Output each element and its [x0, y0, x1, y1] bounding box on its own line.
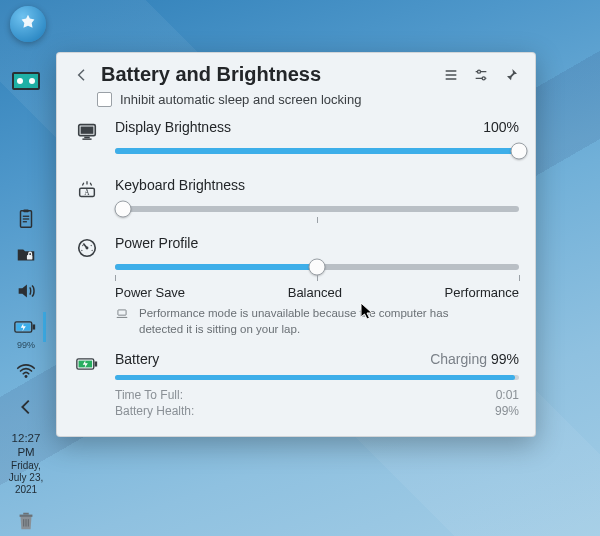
clock-time: 12:27 PM [2, 432, 50, 460]
popup-title: Battery and Brightness [101, 63, 433, 86]
svg-rect-19 [84, 137, 90, 139]
power-profile-note-text: Performance mode is unavailable because … [139, 306, 489, 337]
app-launcher-button[interactable] [10, 6, 46, 42]
battery-health-value: 99% [495, 404, 519, 418]
inhibit-label: Inhibit automatic sleep and screen locki… [120, 92, 361, 107]
gauge-icon [76, 237, 98, 259]
battery-progress [115, 375, 519, 380]
profile-label-powersave: Power Save [115, 285, 185, 300]
panel-clock[interactable]: 12:27 PM Friday, July 23, 2021 [0, 428, 52, 500]
svg-text:A: A [84, 188, 90, 197]
pin-button[interactable] [503, 67, 519, 83]
clock-year: 2021 [2, 484, 50, 496]
power-profile-section: Power Profile Power Save Balanced Perfor… [73, 235, 519, 337]
laptop-icon [115, 307, 129, 321]
monitor-icon [76, 121, 98, 143]
svg-rect-18 [81, 127, 94, 134]
task-panel: 99% 12:27 PM Friday, July 23, 2021 [0, 60, 52, 536]
display-brightness-label: Display Brightness [115, 119, 231, 135]
tray-expand[interactable] [8, 392, 44, 422]
trash-icon [15, 510, 37, 532]
svg-rect-5 [27, 255, 32, 260]
battery-brightness-popup: Battery and Brightness Inhibit automatic… [56, 52, 536, 437]
volume-icon [15, 280, 37, 302]
pin-icon [503, 67, 519, 83]
battery-health-label: Battery Health: [115, 404, 194, 418]
battery-state: Charging [430, 351, 487, 367]
svg-rect-10 [20, 515, 33, 517]
power-profile-slider[interactable] [115, 259, 519, 275]
chevron-left-icon [74, 67, 90, 83]
sliders-icon [473, 67, 489, 83]
tray-vault[interactable] [8, 240, 44, 270]
svg-rect-27 [95, 361, 98, 366]
chevron-left-icon [15, 396, 37, 418]
svg-rect-25 [118, 310, 126, 315]
keyboard-brightness-label: Keyboard Brightness [115, 177, 245, 193]
hamburger-icon [443, 67, 459, 83]
profile-label-performance: Performance [445, 285, 519, 300]
configure-button[interactable] [473, 67, 489, 83]
battery-charging-icon [76, 353, 98, 375]
wifi-icon [15, 360, 37, 382]
back-button[interactable] [73, 66, 91, 84]
svg-rect-11 [23, 513, 29, 515]
keyboard-brightness-slider[interactable] [115, 201, 519, 217]
battery-label: Battery [115, 351, 159, 367]
display-brightness-slider[interactable] [115, 143, 519, 159]
inhibit-row[interactable]: Inhibit automatic sleep and screen locki… [97, 92, 519, 107]
svg-rect-1 [23, 210, 29, 213]
svg-point-24 [86, 247, 89, 250]
profile-label-balanced: Balanced [288, 285, 342, 300]
svg-rect-20 [82, 138, 91, 139]
clipboard-icon [15, 208, 37, 230]
power-profile-label: Power Profile [115, 235, 198, 251]
display-brightness-section: Display Brightness 100% [73, 119, 519, 163]
battery-percent-text: 99% [491, 351, 519, 367]
svg-point-9 [25, 375, 28, 378]
time-to-full-label: Time To Full: [115, 388, 183, 402]
tray-battery[interactable] [6, 312, 46, 342]
tray-battery-percent: 99% [17, 340, 35, 350]
menu-button[interactable] [443, 67, 459, 83]
tray-clipboard[interactable] [8, 204, 44, 234]
tray-trash[interactable] [8, 506, 44, 536]
folder-lock-icon [15, 244, 37, 266]
power-profile-note: Performance mode is unavailable because … [115, 306, 519, 337]
svg-point-15 [477, 70, 480, 73]
time-to-full-value: 0:01 [496, 388, 519, 402]
clock-weekday: Friday, [2, 460, 50, 472]
keyboard-brightness-icon: A [76, 179, 98, 201]
tray-network[interactable] [8, 356, 44, 386]
battery-charging-icon [14, 316, 36, 338]
inhibit-checkbox[interactable] [97, 92, 112, 107]
tray-volume[interactable] [8, 276, 44, 306]
svg-rect-7 [32, 325, 35, 330]
popup-header: Battery and Brightness [73, 63, 519, 86]
display-brightness-value: 100% [483, 119, 519, 135]
task-entry-cassette[interactable] [8, 66, 44, 96]
svg-point-16 [482, 76, 485, 79]
battery-section: Battery Charging99% Time To Full: 0:01 B… [73, 351, 519, 418]
kde-logo-icon [17, 13, 39, 35]
clock-date: July 23, [2, 472, 50, 484]
cassette-icon [12, 72, 40, 90]
keyboard-brightness-section: A Keyboard Brightness [73, 177, 519, 221]
